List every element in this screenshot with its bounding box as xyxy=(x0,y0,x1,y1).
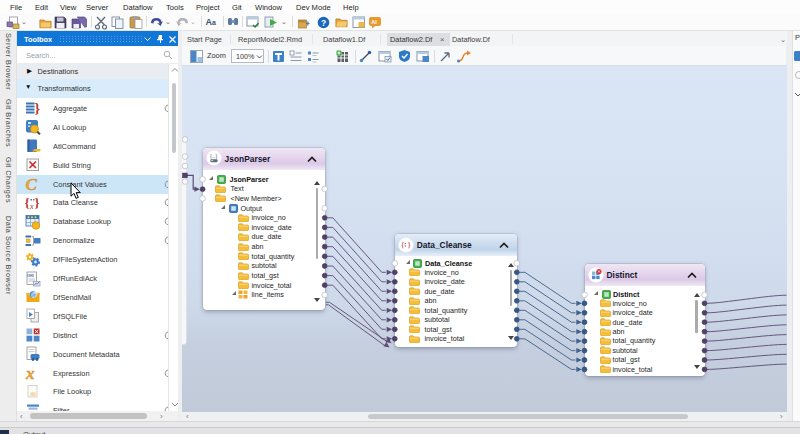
svg-text:{: { xyxy=(400,240,404,250)
svg-text:}: } xyxy=(35,101,41,116)
svg-text:x: x xyxy=(29,202,34,211)
svg-text:C: C xyxy=(26,176,38,192)
svg-text:{..}: {..} xyxy=(209,154,217,161)
svg-text:@: @ xyxy=(31,291,38,298)
svg-text:{: { xyxy=(25,195,30,210)
svg-text:AI: AI xyxy=(371,18,377,24)
svg-text:?: ? xyxy=(321,17,326,27)
svg-text:EDI: EDI xyxy=(28,273,33,277)
svg-text:}: } xyxy=(407,240,411,250)
svg-text:}: } xyxy=(35,195,40,210)
svg-text:x: x xyxy=(25,365,35,381)
